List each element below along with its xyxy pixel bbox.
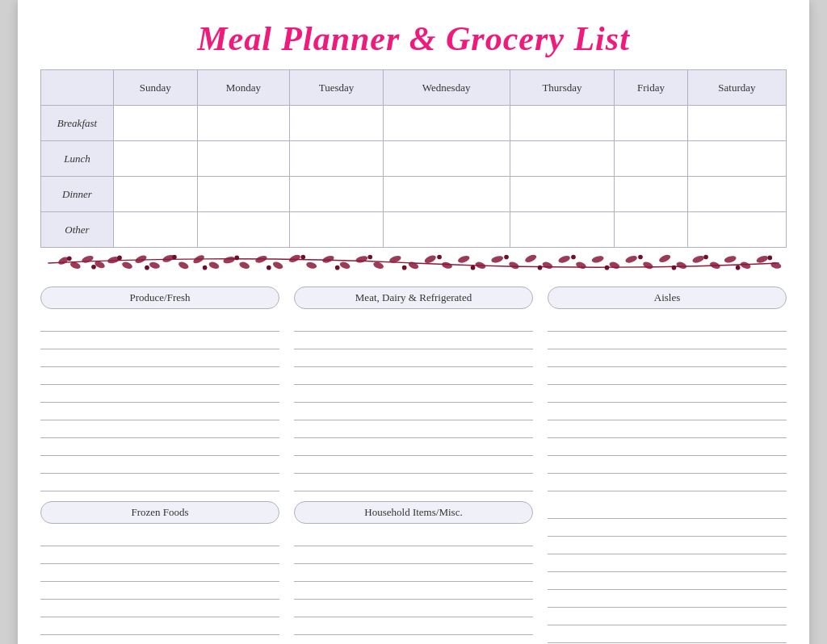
write-line[interactable]: [40, 617, 279, 635]
write-line[interactable]: [548, 420, 787, 438]
write-line[interactable]: [40, 456, 279, 474]
write-line[interactable]: [548, 501, 787, 519]
meal-cell[interactable]: [510, 212, 615, 248]
write-line[interactable]: [548, 590, 787, 608]
write-line[interactable]: [294, 403, 533, 420]
svg-point-51: [203, 266, 208, 270]
meal-cell[interactable]: [197, 177, 290, 212]
write-line[interactable]: [40, 546, 279, 564]
meal-cell[interactable]: [383, 106, 510, 141]
write-line[interactable]: [294, 385, 533, 403]
meal-cell[interactable]: [290, 141, 383, 177]
meal-cell[interactable]: [687, 177, 786, 212]
write-line[interactable]: [294, 420, 533, 438]
meal-cell[interactable]: [615, 141, 687, 177]
write-line[interactable]: [548, 625, 787, 643]
meal-cell[interactable]: [114, 177, 198, 212]
svg-point-68: [767, 256, 772, 261]
write-line[interactable]: [294, 582, 533, 600]
write-line[interactable]: [548, 572, 787, 590]
meal-cell[interactable]: [383, 141, 510, 177]
meal-cell[interactable]: [383, 212, 510, 248]
meal-cell[interactable]: [383, 177, 510, 212]
write-line[interactable]: [548, 385, 787, 403]
write-line[interactable]: [294, 529, 533, 546]
meal-cell[interactable]: [510, 177, 615, 212]
write-line[interactable]: [294, 332, 533, 349]
write-line[interactable]: [294, 564, 533, 582]
meal-cell[interactable]: [510, 106, 615, 141]
write-line[interactable]: [40, 349, 279, 367]
meal-cell[interactable]: [197, 106, 290, 141]
frozen-header: Frozen Foods: [40, 501, 279, 524]
svg-point-12: [223, 256, 237, 265]
meal-cell[interactable]: [290, 106, 383, 141]
write-line[interactable]: [548, 519, 787, 537]
svg-point-6: [134, 254, 148, 265]
write-line[interactable]: [40, 582, 279, 600]
write-line[interactable]: [548, 474, 787, 491]
write-line[interactable]: [40, 367, 279, 385]
meal-cell[interactable]: [114, 106, 198, 141]
header-monday: Monday: [197, 70, 290, 106]
write-line[interactable]: [294, 456, 533, 474]
write-line[interactable]: [40, 474, 279, 491]
write-line[interactable]: [40, 314, 279, 332]
meal-cell[interactable]: [114, 141, 198, 177]
write-line[interactable]: [40, 420, 279, 438]
meal-cell[interactable]: [687, 141, 786, 177]
write-line[interactable]: [294, 546, 533, 564]
header-sunday: Sunday: [114, 70, 198, 106]
write-line[interactable]: [548, 438, 787, 456]
write-line[interactable]: [548, 332, 787, 349]
write-line[interactable]: [294, 438, 533, 456]
write-line[interactable]: [40, 564, 279, 582]
write-line[interactable]: [294, 617, 533, 635]
svg-point-16: [288, 253, 301, 264]
write-line[interactable]: [548, 554, 787, 572]
write-line[interactable]: [548, 537, 787, 554]
svg-point-41: [709, 261, 721, 270]
svg-point-25: [441, 261, 453, 270]
svg-point-67: [736, 266, 741, 270]
write-line[interactable]: [40, 403, 279, 420]
svg-point-58: [437, 255, 442, 260]
write-line[interactable]: [548, 403, 787, 420]
svg-point-36: [624, 254, 638, 264]
meal-cell[interactable]: [197, 141, 290, 177]
household-col: Household Items/Misc.: [294, 501, 533, 644]
write-line[interactable]: [40, 385, 279, 403]
meal-row-label: Dinner: [41, 177, 114, 212]
write-line[interactable]: [294, 635, 533, 644]
write-line[interactable]: [548, 456, 787, 474]
write-line[interactable]: [294, 367, 533, 385]
write-line[interactable]: [294, 349, 533, 367]
svg-point-24: [423, 254, 437, 265]
meal-cell[interactable]: [615, 212, 687, 248]
write-line[interactable]: [40, 635, 279, 644]
svg-point-14: [254, 254, 268, 264]
grocery-top: Produce/Fresh Meat, Dairy & Refrigerated…: [40, 286, 787, 491]
meal-cell[interactable]: [290, 177, 383, 212]
svg-point-37: [642, 261, 654, 270]
meal-cell[interactable]: [510, 141, 615, 177]
meal-cell[interactable]: [615, 177, 687, 212]
write-line[interactable]: [294, 600, 533, 617]
write-line[interactable]: [40, 438, 279, 456]
meal-cell[interactable]: [687, 212, 786, 248]
write-line[interactable]: [548, 314, 787, 332]
svg-point-30: [524, 253, 538, 264]
meal-cell[interactable]: [114, 212, 198, 248]
meal-cell[interactable]: [687, 106, 786, 141]
write-line[interactable]: [548, 608, 787, 625]
meal-cell[interactable]: [290, 212, 383, 248]
write-line[interactable]: [548, 349, 787, 367]
write-line[interactable]: [548, 367, 787, 385]
meal-cell[interactable]: [615, 106, 687, 141]
write-line[interactable]: [40, 529, 279, 546]
meal-cell[interactable]: [197, 212, 290, 248]
write-line[interactable]: [294, 474, 533, 491]
write-line[interactable]: [294, 314, 533, 332]
write-line[interactable]: [40, 600, 279, 617]
write-line[interactable]: [40, 332, 279, 349]
